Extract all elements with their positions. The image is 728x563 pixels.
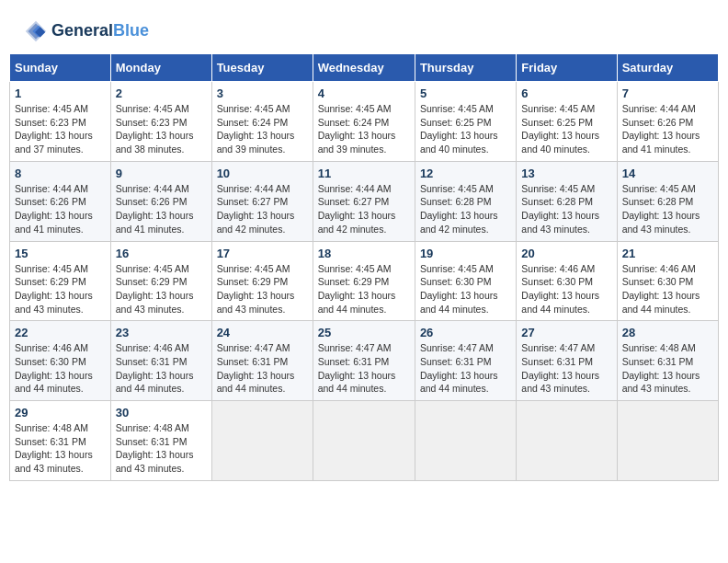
day-number: 24 <box>217 326 308 339</box>
calendar-week-1: 1Sunrise: 4:45 AMSunset: 6:23 PMDaylight… <box>10 82 719 162</box>
day-info: Sunrise: 4:48 AMSunset: 6:31 PMDaylight:… <box>622 341 713 396</box>
empty-cell <box>415 401 516 481</box>
empty-cell <box>617 401 718 481</box>
day-number: 10 <box>217 167 308 180</box>
day-info: Sunrise: 4:47 AMSunset: 6:31 PMDaylight:… <box>217 341 308 396</box>
day-number: 9 <box>116 167 207 180</box>
calendar-day-11: 11Sunrise: 4:44 AMSunset: 6:27 PMDayligh… <box>313 161 415 241</box>
day-info: Sunrise: 4:45 AMSunset: 6:28 PMDaylight:… <box>420 182 511 236</box>
calendar-day-13: 13Sunrise: 4:45 AMSunset: 6:28 PMDayligh… <box>517 161 617 241</box>
weekday-header-thursday: Thursday <box>415 54 516 82</box>
calendar-day-1: 1Sunrise: 4:45 AMSunset: 6:23 PMDaylight… <box>10 82 111 162</box>
day-info: Sunrise: 4:45 AMSunset: 6:24 PMDaylight:… <box>318 102 410 156</box>
calendar-day-29: 29Sunrise: 4:48 AMSunset: 6:31 PMDayligh… <box>10 401 111 481</box>
day-info: Sunrise: 4:45 AMSunset: 6:29 PMDaylight:… <box>318 262 410 316</box>
empty-cell <box>517 401 617 481</box>
day-info: Sunrise: 4:46 AMSunset: 6:30 PMDaylight:… <box>15 341 106 396</box>
day-number: 21 <box>622 247 713 260</box>
day-number: 30 <box>116 406 207 419</box>
day-info: Sunrise: 4:45 AMSunset: 6:30 PMDaylight:… <box>420 262 511 316</box>
weekday-header-tuesday: Tuesday <box>211 54 313 82</box>
day-info: Sunrise: 4:48 AMSunset: 6:31 PMDaylight:… <box>116 421 207 476</box>
day-number: 15 <box>15 247 106 260</box>
day-info: Sunrise: 4:45 AMSunset: 6:25 PMDaylight:… <box>521 102 611 156</box>
day-number: 5 <box>420 86 511 100</box>
weekday-header-sunday: Sunday <box>10 54 111 82</box>
calendar-day-12: 12Sunrise: 4:45 AMSunset: 6:28 PMDayligh… <box>415 161 516 241</box>
day-number: 14 <box>622 167 713 180</box>
day-info: Sunrise: 4:44 AMSunset: 6:27 PMDaylight:… <box>217 182 308 236</box>
day-number: 20 <box>521 247 611 260</box>
day-info: Sunrise: 4:47 AMSunset: 6:31 PMDaylight:… <box>420 341 511 396</box>
calendar-day-24: 24Sunrise: 4:47 AMSunset: 6:31 PMDayligh… <box>211 321 313 401</box>
empty-cell <box>313 401 415 481</box>
calendar-day-16: 16Sunrise: 4:45 AMSunset: 6:29 PMDayligh… <box>110 241 211 321</box>
calendar-day-4: 4Sunrise: 4:45 AMSunset: 6:24 PMDaylight… <box>313 82 415 162</box>
day-info: Sunrise: 4:45 AMSunset: 6:29 PMDaylight:… <box>15 262 106 316</box>
weekday-header-monday: Monday <box>110 54 211 82</box>
day-number: 1 <box>15 86 106 100</box>
day-number: 17 <box>217 247 308 260</box>
calendar-week-4: 22Sunrise: 4:46 AMSunset: 6:30 PMDayligh… <box>10 321 719 401</box>
empty-cell <box>211 401 313 481</box>
calendar-table: SundayMondayTuesdayWednesdayThursdayFrid… <box>9 53 719 481</box>
day-number: 12 <box>420 167 511 180</box>
logo: GeneralBlue <box>23 18 149 44</box>
calendar-day-19: 19Sunrise: 4:45 AMSunset: 6:30 PMDayligh… <box>415 241 516 321</box>
logo-icon <box>23 18 49 44</box>
day-info: Sunrise: 4:45 AMSunset: 6:23 PMDaylight:… <box>116 102 207 156</box>
day-info: Sunrise: 4:46 AMSunset: 6:30 PMDaylight:… <box>521 262 611 316</box>
calendar-day-14: 14Sunrise: 4:45 AMSunset: 6:28 PMDayligh… <box>617 161 718 241</box>
day-info: Sunrise: 4:45 AMSunset: 6:29 PMDaylight:… <box>116 262 207 316</box>
day-info: Sunrise: 4:44 AMSunset: 6:26 PMDaylight:… <box>622 102 713 156</box>
logo-text: GeneralBlue <box>51 22 149 40</box>
calendar-day-3: 3Sunrise: 4:45 AMSunset: 6:24 PMDaylight… <box>211 82 313 162</box>
calendar-day-7: 7Sunrise: 4:44 AMSunset: 6:26 PMDaylight… <box>617 82 718 162</box>
calendar-day-25: 25Sunrise: 4:47 AMSunset: 6:31 PMDayligh… <box>313 321 415 401</box>
calendar-day-15: 15Sunrise: 4:45 AMSunset: 6:29 PMDayligh… <box>10 241 111 321</box>
calendar-day-26: 26Sunrise: 4:47 AMSunset: 6:31 PMDayligh… <box>415 321 516 401</box>
calendar-day-28: 28Sunrise: 4:48 AMSunset: 6:31 PMDayligh… <box>617 321 718 401</box>
day-number: 6 <box>521 86 611 100</box>
day-info: Sunrise: 4:45 AMSunset: 6:23 PMDaylight:… <box>15 102 106 156</box>
day-number: 2 <box>116 86 207 100</box>
day-number: 18 <box>318 247 410 260</box>
calendar-day-2: 2Sunrise: 4:45 AMSunset: 6:23 PMDaylight… <box>110 82 211 162</box>
calendar-day-6: 6Sunrise: 4:45 AMSunset: 6:25 PMDaylight… <box>517 82 617 162</box>
calendar-week-5: 29Sunrise: 4:48 AMSunset: 6:31 PMDayligh… <box>10 401 719 481</box>
day-number: 28 <box>622 326 713 339</box>
day-number: 22 <box>15 326 106 339</box>
day-info: Sunrise: 4:44 AMSunset: 6:26 PMDaylight:… <box>15 182 106 236</box>
calendar-day-30: 30Sunrise: 4:48 AMSunset: 6:31 PMDayligh… <box>110 401 211 481</box>
day-number: 11 <box>318 167 410 180</box>
calendar-day-10: 10Sunrise: 4:44 AMSunset: 6:27 PMDayligh… <box>211 161 313 241</box>
weekday-header-saturday: Saturday <box>617 54 718 82</box>
weekday-header-friday: Friday <box>517 54 617 82</box>
calendar-day-17: 17Sunrise: 4:45 AMSunset: 6:29 PMDayligh… <box>211 241 313 321</box>
day-number: 16 <box>116 247 207 260</box>
day-number: 27 <box>521 326 611 339</box>
calendar-day-18: 18Sunrise: 4:45 AMSunset: 6:29 PMDayligh… <box>313 241 415 321</box>
calendar-week-2: 8Sunrise: 4:44 AMSunset: 6:26 PMDaylight… <box>10 161 719 241</box>
day-info: Sunrise: 4:44 AMSunset: 6:26 PMDaylight:… <box>116 182 207 236</box>
day-number: 8 <box>15 167 106 180</box>
day-number: 23 <box>116 326 207 339</box>
day-info: Sunrise: 4:46 AMSunset: 6:31 PMDaylight:… <box>116 341 207 396</box>
day-info: Sunrise: 4:47 AMSunset: 6:31 PMDaylight:… <box>521 341 611 396</box>
day-info: Sunrise: 4:45 AMSunset: 6:29 PMDaylight:… <box>217 262 308 316</box>
day-number: 25 <box>318 326 410 339</box>
weekday-header-row: SundayMondayTuesdayWednesdayThursdayFrid… <box>10 54 719 82</box>
day-number: 3 <box>217 86 308 100</box>
weekday-header-wednesday: Wednesday <box>313 54 415 82</box>
calendar-day-22: 22Sunrise: 4:46 AMSunset: 6:30 PMDayligh… <box>10 321 111 401</box>
day-info: Sunrise: 4:46 AMSunset: 6:30 PMDaylight:… <box>622 262 713 316</box>
calendar-week-3: 15Sunrise: 4:45 AMSunset: 6:29 PMDayligh… <box>10 241 719 321</box>
day-info: Sunrise: 4:47 AMSunset: 6:31 PMDaylight:… <box>318 341 410 396</box>
calendar-body: 1Sunrise: 4:45 AMSunset: 6:23 PMDaylight… <box>10 82 719 481</box>
calendar-day-8: 8Sunrise: 4:44 AMSunset: 6:26 PMDaylight… <box>10 161 111 241</box>
day-number: 13 <box>521 167 611 180</box>
day-number: 26 <box>420 326 511 339</box>
day-info: Sunrise: 4:44 AMSunset: 6:27 PMDaylight:… <box>318 182 410 236</box>
day-number: 7 <box>622 86 713 100</box>
day-number: 4 <box>318 86 410 100</box>
